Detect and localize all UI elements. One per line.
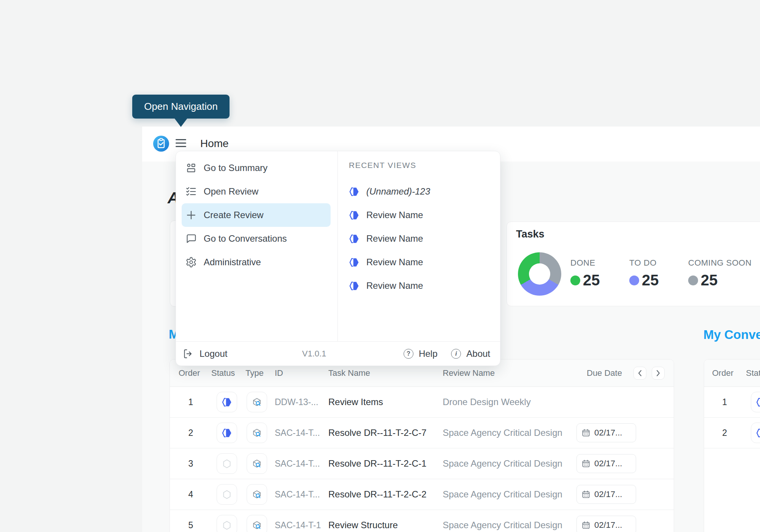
half-hexagon-icon (756, 397, 760, 408)
box-search-icon (252, 520, 262, 530)
due-date-chip[interactable]: 02/17... (576, 454, 636, 473)
review-name: Drone Design Weekly (443, 397, 531, 407)
table-row[interactable]: 4 SAC-14-T... Resolve DR--11-T-2-C-2 Spa… (170, 479, 674, 510)
my-conversations-table: Order Status 1 2 (704, 359, 760, 532)
type-review-item-button[interactable] (247, 484, 267, 505)
tooltip-caret (174, 118, 188, 127)
order-value: 4 (170, 489, 212, 500)
recent-views-title: RECENT VIEWS (349, 160, 500, 170)
half-hexagon-icon (222, 397, 233, 408)
menu-item-label: Go to Conversations (204, 233, 287, 244)
due-date-chip[interactable]: 02/17... (576, 485, 636, 504)
col-due-date: Due Date (587, 368, 622, 378)
menu-item-administrative[interactable]: Administrative (182, 250, 331, 274)
recent-view-item[interactable]: Review Name (349, 274, 500, 298)
gear-icon (185, 256, 197, 268)
half-hexagon-icon (756, 428, 760, 439)
recent-view-item[interactable]: Review Name (349, 203, 500, 227)
hexagon-outline-icon (222, 458, 233, 469)
nav-menu: Go to Summary Open Review Create Review … (176, 151, 337, 341)
plus-icon (185, 209, 197, 221)
table-row[interactable]: 2 (704, 418, 760, 448)
task-id: SAC-14-T-1 (275, 520, 321, 530)
status-empty-button[interactable] (217, 453, 237, 474)
order-value: 2 (704, 428, 745, 438)
calendar-icon (581, 459, 591, 468)
due-date-chip[interactable]: 02/17... (576, 516, 636, 532)
menu-item-label: Create Review (204, 210, 263, 220)
help-button[interactable]: ? Help (404, 348, 437, 359)
status-in-review-button[interactable] (751, 392, 760, 412)
tasks-card: Tasks DONE 25 TO DO 25 COMING SOON 25 (507, 222, 760, 306)
recent-view-label: Review Name (366, 210, 423, 220)
table-row[interactable]: 5 SAC-14-T-1 Review Structure Space Agen… (170, 510, 674, 532)
table-header-row: Order Status (704, 359, 760, 387)
prev-page-button[interactable] (633, 367, 646, 380)
status-in-review-button[interactable] (217, 423, 237, 443)
col-order: Order (179, 368, 200, 378)
recent-view-item[interactable]: (Unnamed)-123 (349, 180, 500, 203)
menu-item-create-review[interactable]: Create Review (182, 203, 331, 227)
recent-view-item[interactable]: Review Name (349, 250, 500, 274)
menu-item-go-to-summary[interactable]: Go to Summary (182, 156, 331, 180)
about-button[interactable]: i About (451, 348, 490, 359)
calendar-icon (581, 428, 591, 437)
checklist-icon (185, 186, 197, 197)
app-version: V1.0.1 (302, 349, 326, 359)
status-empty-button[interactable] (217, 484, 237, 505)
task-name: Review Structure (328, 520, 398, 530)
next-page-button[interactable] (652, 367, 665, 380)
table-row[interactable]: 3 SAC-14-T... Resolve DR--11-T-2-C-1 Spa… (170, 448, 674, 479)
box-search-icon (252, 458, 262, 469)
recent-views-panel: RECENT VIEWS (Unnamed)-123 Review Name R… (337, 151, 500, 341)
status-empty-button[interactable] (217, 515, 237, 532)
navigation-dropdown: Go to Summary Open Review Create Review … (176, 151, 500, 366)
recent-view-label: Review Name (366, 233, 423, 244)
half-hexagon-icon (349, 257, 360, 268)
review-name: Space Agency Critical Design (443, 428, 562, 438)
recent-view-label: Review Name (366, 280, 423, 291)
logout-button[interactable]: Logout (183, 348, 227, 359)
menu-item-go-to-conversations[interactable]: Go to Conversations (182, 227, 331, 250)
box-search-icon (252, 428, 262, 438)
tasks-donut-chart (518, 252, 561, 296)
box-search-icon (252, 397, 262, 407)
help-icon: ? (404, 349, 413, 359)
col-status: Status (746, 368, 760, 378)
status-in-review-button[interactable] (217, 392, 237, 412)
table-row[interactable]: 2 SAC-14-T... Resolve DR--11-T-2-C-7 Spa… (170, 418, 674, 448)
status-in-review-button[interactable] (751, 423, 760, 443)
hamburger-menu-icon[interactable] (176, 139, 186, 147)
order-value: 5 (170, 520, 212, 530)
my-tasks-table: Order Status Type ID Task Name Review Na… (169, 359, 674, 532)
half-hexagon-icon (349, 233, 360, 244)
calendar-icon (581, 521, 591, 530)
box-search-icon (252, 489, 262, 500)
type-review-item-button[interactable] (247, 392, 267, 412)
page-title: Home (200, 138, 229, 150)
col-type: Type (245, 368, 264, 378)
menu-item-label: Open Review (204, 186, 258, 197)
type-review-item-button[interactable] (247, 453, 267, 474)
recent-view-item[interactable]: Review Name (349, 227, 500, 250)
table-row[interactable]: 1 DDW-13-... Review Items Drone Design W… (170, 387, 674, 418)
legend-coming-soon: COMING SOON 25 (688, 258, 752, 289)
recent-view-label: Review Name (366, 257, 423, 268)
recent-view-label: (Unnamed)-123 (366, 186, 430, 197)
logout-icon (183, 348, 193, 359)
task-name: Resolve DR--11-T-2-C-1 (328, 458, 426, 469)
dropdown-footer: Logout V1.0.1 ? Help i About (176, 341, 500, 366)
half-hexagon-icon (349, 186, 360, 197)
type-review-item-button[interactable] (247, 423, 267, 443)
menu-item-open-review[interactable]: Open Review (182, 180, 331, 203)
type-review-item-button[interactable] (247, 515, 267, 532)
order-value: 1 (704, 397, 745, 407)
review-name: Space Agency Critical Design (443, 520, 562, 530)
due-date-chip[interactable]: 02/17... (576, 423, 636, 442)
col-status: Status (211, 368, 235, 378)
table-row[interactable]: 1 (704, 387, 760, 418)
col-task-name: Task Name (328, 368, 370, 378)
open-navigation-tooltip: Open Navigation (132, 95, 230, 119)
summary-icon (185, 162, 197, 174)
order-value: 3 (170, 459, 212, 469)
